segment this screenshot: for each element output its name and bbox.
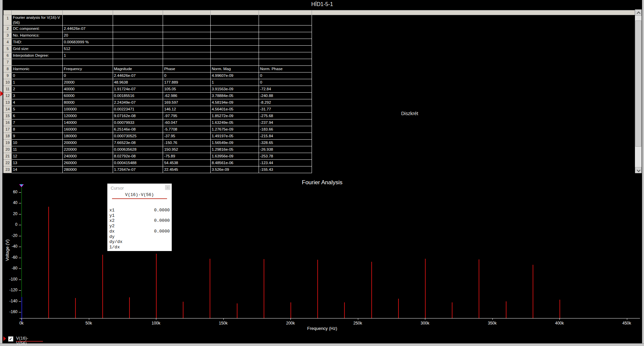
data-cell[interactable]: -275.68 [259,113,312,119]
info-cell[interactable] [63,59,113,66]
info-cell[interactable] [113,52,163,59]
data-cell[interactable]: 22.4545 [163,166,211,173]
scrollbar-thumb[interactable] [635,20,641,147]
info-cell[interactable] [163,26,211,32]
info-cell[interactable] [163,59,211,66]
vertical-scrollbar[interactable] [635,9,642,174]
info-cell[interactable] [12,59,63,66]
data-cell[interactable]: 8.02792e-08 [113,153,163,160]
data-cell[interactable]: 1.85272e-09 [211,113,259,119]
info-cell[interactable] [211,26,259,32]
info-cell[interactable] [211,46,259,52]
data-cell[interactable]: 14 [12,166,63,173]
data-cell[interactable]: 9.07162e-08 [113,113,163,119]
data-cell[interactable]: 100000 [63,106,113,113]
header-cell[interactable]: Norm. Phase [259,66,312,72]
column-header-cell[interactable] [63,10,113,15]
info-cell[interactable] [211,39,259,46]
data-cell[interactable]: -215.84 [259,133,312,140]
data-cell[interactable]: -155.43 [259,166,312,173]
data-cell[interactable]: 20000 [63,79,113,86]
data-cell[interactable]: 2.44626e-07 [113,72,163,79]
data-cell[interactable]: 4.99607e-09 [211,72,259,79]
data-cell[interactable]: -26.938 [259,146,312,153]
data-cell[interactable]: 54.4538 [163,160,211,166]
data-cell[interactable]: 6 [12,113,63,119]
data-cell[interactable]: 40000 [63,86,113,93]
data-cell[interactable]: 1 [12,79,63,86]
data-cell[interactable]: 0.000415488 [113,160,163,166]
row-header[interactable]: 6 [4,52,12,59]
info-cell[interactable] [113,46,163,52]
header-cell[interactable]: Frequency [63,66,113,72]
column-header-cell[interactable] [163,10,211,15]
header-cell[interactable]: Phase [163,66,211,72]
row-header[interactable]: 16 [4,119,12,126]
data-cell[interactable]: 1 [211,79,259,86]
row-header[interactable]: 15 [4,113,12,119]
data-cell[interactable]: 0.00079933 [113,119,163,126]
data-cell[interactable]: 1.27675e-09 [211,126,259,133]
trace-label[interactable]: V(16)-V(56) [16,336,28,346]
data-cell[interactable]: 13 [12,160,63,166]
data-cell[interactable]: 48.9638 [113,79,163,86]
row-header[interactable]: 5 [4,46,12,52]
data-cell[interactable]: 2 [12,86,63,93]
data-cell[interactable]: 12 [12,153,63,160]
info-cell[interactable]: 1 [63,52,113,59]
data-cell[interactable]: 177.889 [163,79,211,86]
data-cell[interactable]: 4.58194e-09 [211,99,259,106]
column-header-cell[interactable] [211,10,259,15]
data-cell[interactable]: 200000 [63,140,113,146]
row-header[interactable]: 7 [4,59,12,66]
info-cell[interactable] [211,32,259,39]
info-cell[interactable] [259,59,312,66]
data-cell[interactable]: -150.76 [163,140,211,146]
scroll-down-button[interactable] [635,167,642,174]
info-cell[interactable] [163,52,211,59]
data-cell[interactable]: 1.29816e-05 [211,146,259,153]
row-header[interactable]: 19 [4,140,12,146]
data-cell[interactable]: 3.78884e-05 [211,93,259,99]
data-cell[interactable]: -328.65 [259,140,312,146]
data-cell[interactable]: -72.84 [259,86,312,93]
row-header[interactable]: 22 [4,160,12,166]
info-cell[interactable]: 20 [63,32,113,39]
data-cell[interactable]: -97.795 [163,113,211,119]
data-cell[interactable]: 0 [259,79,312,86]
row-header[interactable]: 8 [4,66,12,72]
trace-visibility-checkbox[interactable]: ✓ [8,336,13,342]
row-header[interactable]: 23 [4,166,12,173]
info-cell[interactable] [113,15,163,26]
row-header[interactable]: 21 [4,153,12,160]
row-header[interactable]: 2 [4,26,12,32]
row-header[interactable]: 3 [4,32,12,39]
data-cell[interactable]: 260000 [63,160,113,166]
cursor-handle-icon[interactable] [19,184,24,187]
data-cell[interactable]: 140000 [63,119,113,126]
row-header[interactable]: 13 [4,99,12,106]
data-cell[interactable]: 4.56401e-05 [211,106,259,113]
data-cell[interactable]: 1.49197e-05 [211,133,259,140]
header-cell[interactable]: Magnitude [113,66,163,72]
data-cell[interactable]: -31.77 [259,106,312,113]
data-cell[interactable]: -37.95 [163,133,211,140]
data-cell[interactable]: 5 [12,106,63,113]
row-header[interactable]: 1 [4,15,12,26]
header-cell[interactable]: Norm. Mag [211,66,259,72]
info-cell[interactable] [113,39,163,46]
data-cell[interactable]: 146.12 [163,106,211,113]
data-cell[interactable]: 2.24349e-07 [113,99,163,106]
data-cell[interactable]: 3.526e-09 [211,166,259,173]
header-cell[interactable]: Harmonic [12,66,63,72]
row-header[interactable]: 14 [4,106,12,113]
data-cell[interactable]: 9 [12,133,63,140]
row-header[interactable]: 20 [4,146,12,153]
row-header[interactable]: 10 [4,79,12,86]
data-cell[interactable]: 0 [163,72,211,79]
data-cell[interactable]: 0 [12,72,63,79]
data-cell[interactable]: 280000 [63,166,113,173]
row-header[interactable]: 18 [4,133,12,140]
info-cell[interactable] [163,39,211,46]
row-header[interactable]: 12 [4,93,12,99]
